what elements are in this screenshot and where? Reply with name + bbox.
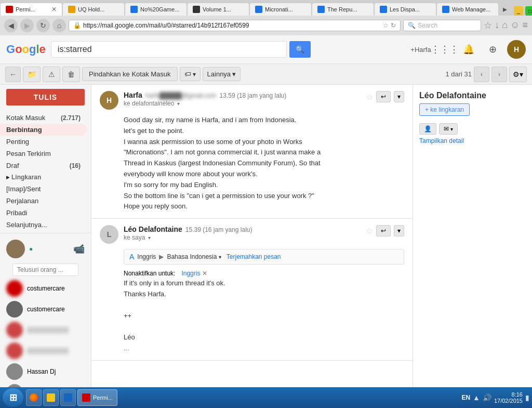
chat-search-input[interactable] [12, 264, 78, 276]
sidebar-item-starred[interactable]: Berbintang [0, 124, 87, 136]
settings-btn[interactable]: ⚙▾ [509, 67, 527, 82]
reload-btn[interactable]: ↻ [36, 19, 50, 32]
system-clock[interactable]: 8:16 17/02/2015 [494, 391, 523, 404]
chat-contact-blurred2[interactable] [6, 340, 85, 361]
home-nav-icon[interactable]: ⌂ [502, 20, 508, 31]
prev-page-btn[interactable]: ‹ [474, 67, 489, 82]
tab-label-micro: Micronati... [265, 6, 306, 12]
tab-web[interactable]: Web Manage... [436, 3, 499, 16]
more-message-2-btn[interactable]: ▾ [394, 225, 404, 236]
minimize-btn[interactable]: _ [514, 6, 523, 16]
sidebar-item-personal[interactable]: Pribadi [0, 207, 87, 219]
chat-contact-costumercare[interactable]: costumercare [6, 278, 85, 299]
chat-name-customercare: customercare [27, 306, 65, 313]
expand-recipients-icon[interactable]: ▾ [177, 101, 180, 107]
menu-icon[interactable]: ≡ [522, 20, 528, 31]
disable-translate-close-icon[interactable]: ✕ [202, 270, 207, 277]
home-btn[interactable]: ⌂ [52, 19, 66, 32]
page-info: 1 dari 31 ‹ › [445, 67, 507, 82]
new-tab-btn[interactable]: ▸ [499, 3, 511, 16]
face-icon[interactable]: ☺ [510, 20, 520, 31]
bookmark-star-icon[interactable]: ☆ [383, 22, 389, 29]
show-detail-link[interactable]: Tampilkan detail [419, 137, 464, 144]
language-indicator[interactable]: EN [461, 394, 470, 401]
label-btn[interactable]: 🏷 ▾ [180, 67, 201, 81]
download-icon[interactable]: ↓ [495, 20, 499, 31]
sidebar-item-travel[interactable]: Perjalanan [0, 195, 87, 207]
my-chat-avatar [6, 240, 25, 258]
tab-gmail[interactable]: Permi... ✕ [0, 3, 62, 16]
star-message-1-btn[interactable]: ☆ [366, 92, 373, 102]
move-inbox-btn[interactable]: Pindahkan ke Kotak Masuk [82, 67, 178, 81]
sidebar: TULIS Kotak Masuk (2.717) Berbintang Pen… [0, 85, 91, 408]
sidebar-item-important[interactable]: Penting [0, 136, 87, 148]
contact-email-icon[interactable]: ✉▾ [439, 123, 458, 135]
chat-contact-hassandj[interactable]: Hassan Dj [6, 361, 85, 382]
reply-message-1-btn[interactable]: ↩ [376, 91, 391, 102]
start-button[interactable]: ⊞ [3, 388, 23, 407]
tab-repu[interactable]: The Repu... [312, 3, 374, 16]
gmail-search-button[interactable]: 🔍 [289, 41, 311, 58]
report-spam-btn[interactable]: ⚠ [43, 67, 60, 82]
next-page-btn[interactable]: › [491, 67, 507, 82]
translate-target-lang: Bahasa Indonesia [167, 253, 217, 260]
video-chat-icon[interactable]: 📹 [73, 243, 85, 255]
add-user-header-btn[interactable]: +Harfa [411, 40, 430, 59]
chat-contact-blurred1[interactable] [6, 320, 85, 340]
volume-icon[interactable]: 🔊 [483, 393, 491, 402]
browser-search-box[interactable]: 🔍 Search [403, 20, 481, 31]
message-2-ellipsis[interactable]: ... [124, 343, 404, 354]
tab-game[interactable]: No%20Game... [125, 3, 187, 16]
more-options-btn[interactable]: Lainnya ▾ [203, 67, 241, 81]
chat-contact-customercare[interactable]: customercare [6, 299, 85, 320]
back-btn[interactable]: ◀ [4, 19, 18, 32]
archive-btn[interactable]: 📁 [23, 67, 41, 82]
user-avatar[interactable]: H [507, 40, 526, 59]
add-account-btn[interactable]: ⊕ [483, 40, 502, 59]
sidebar-item-inbox[interactable]: Kotak Masuk (2.717) [0, 112, 87, 124]
draft-label: Draf [6, 162, 19, 169]
taskbar-explorer[interactable] [43, 389, 59, 406]
notifications-btn[interactable]: 🔔 [459, 40, 478, 59]
tab-volume[interactable]: Volume 1... [187, 3, 249, 16]
delete-btn[interactable]: 🗑 [62, 67, 80, 82]
compose-btn[interactable]: TULIS [6, 89, 85, 106]
tab-uq[interactable]: UQ Hold... [62, 3, 125, 16]
add-circle-btn[interactable]: + ke lingkaran [419, 103, 470, 116]
taskbar-firefox[interactable] [26, 389, 42, 406]
apps-grid-btn[interactable]: ⋮⋮⋮ [435, 40, 454, 59]
refresh-small-icon[interactable]: ↻ [391, 22, 396, 29]
expand-recipients-2-icon[interactable]: ▾ [148, 235, 151, 241]
tab-dispa[interactable]: Les Dispa... [374, 3, 436, 16]
address-bar[interactable]: 🔒 https://mail.google.com/mail/u/0/#star… [69, 20, 401, 31]
clock-time: 8:16 [494, 391, 523, 398]
sidebar-item-sent[interactable]: Pesan Terkirim [0, 148, 87, 160]
address-icons: ☆ ↻ [383, 22, 396, 29]
system-tray: EN ▲ 🔊 8:16 17/02/2015 ▮ [461, 391, 529, 404]
maximize-btn[interactable]: □ [525, 6, 532, 16]
disable-translate-btn[interactable]: Inggris [181, 270, 200, 277]
network-icon[interactable]: ▲ [473, 393, 480, 402]
translate-message-btn[interactable]: Terjemahkan pesan [227, 253, 281, 260]
sidebar-circles-toggle[interactable]: ▸ Lingkaran [0, 172, 91, 183]
show-desktop-icon[interactable]: ▮ [525, 393, 529, 402]
tab-close-gmail[interactable]: ✕ [51, 6, 57, 13]
translate-lang-chevron[interactable]: ▾ [219, 254, 221, 260]
sidebar-item-imap[interactable]: [Imap]/Sent [0, 183, 87, 195]
message-1-line-9: Hope you reply soon. [124, 201, 404, 212]
email-dropdown-icon[interactable]: ▾ [450, 126, 453, 132]
message-1-line-2: let's get to the point. [124, 126, 404, 137]
sidebar-item-draft[interactable]: Draf (16) [0, 160, 87, 172]
tab-micro[interactable]: Micronati... [249, 3, 312, 16]
reply-message-2-btn[interactable]: ↩ [376, 225, 391, 236]
bookmark-icon[interactable]: ☆ [484, 20, 492, 31]
star-message-2-btn[interactable]: ☆ [366, 226, 373, 236]
gmail-search-input[interactable] [51, 41, 287, 58]
forward-btn[interactable]: ▶ [20, 19, 34, 32]
taskbar-media[interactable] [60, 389, 76, 406]
back-to-inbox-btn[interactable]: ← [5, 67, 21, 82]
taskbar-gmail-btn[interactable]: Permi... [77, 389, 117, 406]
contact-profile-icon[interactable]: 👤 [419, 123, 436, 135]
more-message-1-btn[interactable]: ▾ [394, 91, 404, 102]
sidebar-item-more[interactable]: Selanjutnya... [0, 219, 87, 231]
